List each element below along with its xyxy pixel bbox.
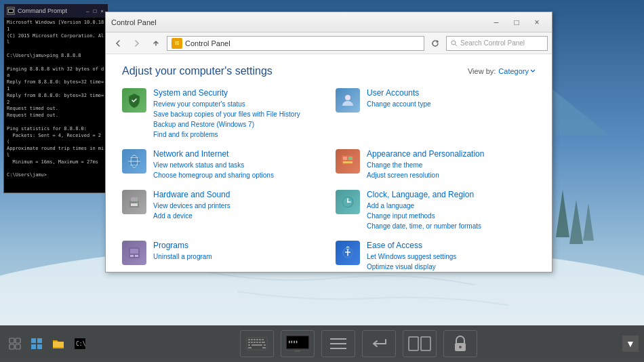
breadcrumb[interactable]: ⊞ Control Panel — [167, 36, 424, 51]
cmd-taskbar-button[interactable]: C:\ — [71, 334, 89, 353]
network-internet-text: Network and Internet View network status… — [153, 149, 274, 180]
snap-window-icon — [407, 334, 432, 353]
ease-of-access-text: Ease of Access Let Windows suggest setti… — [367, 241, 456, 272]
view-by-link[interactable]: Category — [498, 67, 536, 75]
user-accounts-link-1[interactable]: Change account type — [367, 99, 431, 109]
cmd-maximize-button[interactable]: □ — [92, 8, 98, 14]
keyboard-tool-button[interactable] — [240, 330, 274, 357]
system-security-link-1[interactable]: Review your computer's status — [153, 99, 300, 109]
list-tool-button[interactable] — [321, 330, 355, 357]
appearance-link-2[interactable]: Adjust screen resolution — [367, 170, 484, 180]
cp-title-text: Control Panel — [111, 18, 157, 26]
svg-rect-54 — [254, 339, 256, 340]
taskbar-arrow-button[interactable]: ▼ — [622, 336, 639, 352]
system-security-title[interactable]: System and Security — [153, 88, 300, 98]
nav-forward-button[interactable] — [129, 35, 145, 52]
svg-rect-61 — [256, 342, 258, 343]
svg-rect-36 — [135, 255, 138, 257]
svg-rect-53 — [251, 339, 253, 340]
cmd-minimize-button[interactable]: – — [85, 8, 90, 14]
system-security-icon — [122, 88, 146, 113]
lock-icon — [449, 334, 471, 353]
task-view-button[interactable] — [5, 334, 24, 353]
system-security-link-4[interactable]: Find and fix problems — [153, 129, 300, 140]
categories-grid: System and Security Review your computer… — [122, 88, 536, 272]
user-accounts-title[interactable]: User Accounts — [367, 88, 431, 98]
system-security-link-3[interactable]: Backup and Restore (Windows 7) — [153, 119, 300, 129]
ease-of-access-title[interactable]: Ease of Access — [367, 241, 456, 250]
svg-rect-64 — [251, 344, 262, 346]
nav-back-button[interactable] — [110, 35, 126, 52]
clock-language-region-title[interactable]: Clock, Language, and Region — [367, 190, 481, 199]
programs-link-1[interactable]: Uninstall a program — [153, 252, 212, 262]
hardware-link-2[interactable]: Add a device — [153, 211, 230, 221]
view-by-label: View by: — [468, 67, 496, 75]
network-internet-title[interactable]: Network and Internet — [153, 149, 274, 159]
enter-tool-button[interactable] — [362, 330, 396, 357]
cp-main-title: Adjust your computer's settings — [122, 65, 273, 77]
svg-rect-68 — [262, 347, 266, 348]
file-explorer-taskbar-button[interactable] — [49, 334, 68, 353]
svg-rect-45 — [31, 338, 36, 343]
appearance-icon — [336, 149, 360, 174]
svg-rect-26 — [131, 203, 138, 206]
hardware-sound-text: Hardware and Sound View devices and prin… — [153, 190, 230, 221]
programs-text: Programs Uninstall a program — [153, 241, 212, 262]
enter-arrow-icon — [368, 334, 390, 353]
search-bar[interactable]: Search Control Panel — [446, 36, 548, 51]
svg-rect-72 — [295, 350, 300, 352]
svg-point-14 — [345, 95, 350, 100]
category-programs: Programs Uninstall a program — [122, 241, 322, 272]
programs-box-icon — [126, 245, 142, 261]
cp-maximize-button[interactable]: □ — [507, 16, 526, 29]
clock-link-2[interactable]: Change input methods — [367, 211, 481, 221]
programs-title[interactable]: Programs — [153, 241, 212, 250]
network-globe-icon — [126, 153, 142, 169]
svg-rect-56 — [259, 339, 261, 340]
svg-rect-47 — [31, 344, 36, 349]
user-accounts-text: User Accounts Change account type — [367, 88, 431, 109]
monitor-tool-button[interactable]: ▮▮▮▮ — [281, 330, 315, 357]
ease-link-2[interactable]: Optimize visual display — [367, 262, 456, 272]
svg-rect-59 — [251, 342, 253, 343]
clock-language-region-text: Clock, Language, and Region Add a langua… — [367, 190, 481, 231]
network-link-2[interactable]: Choose homegroup and sharing options — [153, 170, 274, 180]
lock-tool-button[interactable] — [443, 330, 477, 357]
appearance-title[interactable]: Appearance and Personalization — [367, 149, 484, 159]
svg-rect-77 — [421, 337, 430, 350]
taskbar-arrow-icon: ▼ — [626, 338, 635, 349]
system-security-text: System and Security Review your computer… — [153, 88, 300, 140]
network-link-1[interactable]: View network status and tasks — [153, 160, 274, 170]
start-button[interactable] — [27, 334, 46, 353]
system-security-link-2[interactable]: Save backup copies of your files with Fi… — [153, 109, 300, 119]
cp-minimize-button[interactable]: – — [487, 16, 506, 29]
palette-icon — [340, 153, 356, 169]
svg-rect-22 — [348, 157, 353, 160]
nav-up-button[interactable] — [148, 35, 164, 52]
hardware-sound-title[interactable]: Hardware and Sound — [153, 190, 230, 199]
breadcrumb-text: Control Panel — [185, 39, 230, 47]
printer-icon — [126, 194, 142, 210]
appearance-link-1[interactable]: Change the theme — [367, 160, 484, 170]
clock-link-3[interactable]: Change date, time, or number formats — [367, 221, 481, 231]
clock-link-1[interactable]: Add a language — [367, 201, 481, 211]
cmd-title-left: Command Prompt — [7, 7, 67, 15]
svg-rect-63 — [262, 342, 265, 343]
svg-rect-21 — [343, 157, 347, 160]
taskbar-middle: ▮▮▮▮ — [95, 330, 622, 357]
cmd-text: Microsoft Windows [Version 10.0.181 (C) … — [7, 20, 105, 179]
clock-icon — [336, 190, 360, 214]
chevron-down-icon — [530, 68, 536, 74]
svg-rect-48 — [37, 344, 42, 349]
category-system-security: System and Security Review your computer… — [122, 88, 322, 140]
cmd-close-button[interactable]: × — [99, 8, 105, 14]
hardware-link-1[interactable]: View devices and printers — [153, 201, 230, 211]
cmd-window: Command Prompt – □ × Microsoft Windows [… — [3, 3, 108, 193]
snap-tool-button[interactable] — [403, 330, 437, 357]
user-icon — [340, 92, 356, 108]
svg-rect-57 — [262, 339, 264, 340]
ease-link-1[interactable]: Let Windows suggest settings — [367, 252, 456, 262]
folder-icon — [52, 338, 64, 350]
cp-close-button[interactable]: × — [527, 16, 546, 29]
nav-refresh-button[interactable] — [427, 35, 443, 52]
